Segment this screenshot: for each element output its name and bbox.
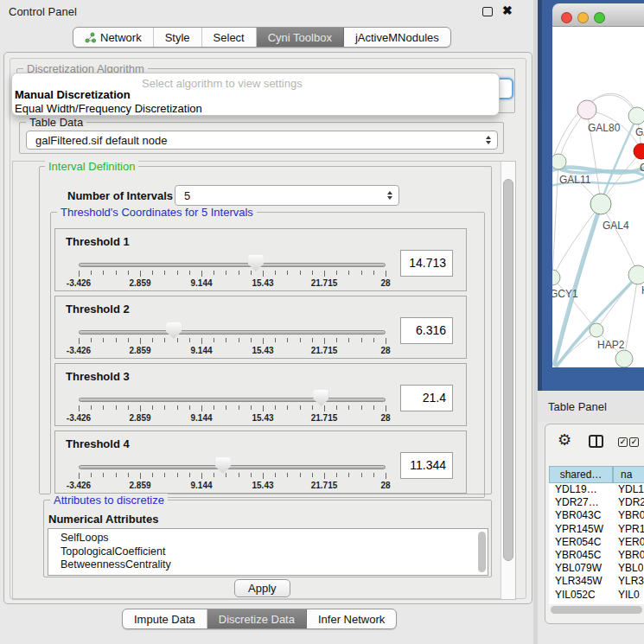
tab-cyni-toolbox-label: Cyni Toolbox: [268, 31, 332, 44]
panel-title: Control Panel: [9, 5, 77, 18]
threshold-4-slider-handle[interactable]: [215, 457, 231, 474]
threshold-4-value-field[interactable]: 11.344: [400, 452, 453, 479]
algorithm-dropdown-popup: Select algorithm to view settings Manual…: [11, 73, 500, 116]
bottom-tab-discretize-data[interactable]: Discretize Data: [207, 609, 307, 628]
attribute-item-betweennesscentrality[interactable]: BetweennessCentrality: [48, 558, 488, 572]
network-node-bottom-node[interactable]: [615, 350, 633, 367]
threshold-3-panel: Threshold 3-3.4262.8599.14415.4321.71528…: [54, 363, 467, 426]
table-column-header-0[interactable]: shared…: [549, 466, 613, 483]
table-row[interactable]: YBR043CYBR0: [549, 509, 644, 522]
tick-label: 9.144: [190, 346, 212, 355]
tab-cyni-toolbox[interactable]: Cyni Toolbox: [257, 28, 344, 47]
check-icon: ✓: [631, 438, 638, 446]
network-edge[interactable]: [552, 204, 601, 277]
network-node-label-hap2: HAP2: [597, 339, 625, 351]
table-row[interactable]: YDL19…YDL1: [549, 483, 644, 496]
threshold-1-value-field[interactable]: 14.713: [400, 250, 453, 277]
threshold-1-panel: Threshold 1-3.4262.8599.14415.4321.71528…: [54, 228, 467, 291]
table-row[interactable]: YER054CYER0: [549, 536, 644, 549]
threshold-2-value-field[interactable]: 6.316: [400, 317, 453, 344]
table-row[interactable]: YBR045CYBR0: [549, 549, 644, 562]
threshold-2-slider-track[interactable]: [79, 330, 386, 335]
minimize-traffic-light-icon[interactable]: [577, 12, 589, 23]
table-cell: YBR0: [613, 549, 644, 562]
threshold-3-value-field[interactable]: 21.4: [400, 385, 453, 411]
tab-network-label: Network: [100, 31, 142, 44]
tab-style-label: Style: [165, 31, 190, 44]
threshold-1-slider-track[interactable]: [79, 263, 386, 267]
horizontal-scrollbar-thumb[interactable]: [551, 606, 642, 614]
network-node-h-node[interactable]: [628, 265, 644, 284]
threshold-4-panel: Threshold 4-3.4262.8599.14415.4321.71528…: [54, 430, 467, 494]
table-row[interactable]: YLR345WYLR3: [549, 575, 644, 588]
gear-icon[interactable]: ⚙: [558, 432, 571, 448]
network-window: GAL80GACGAL11GAL4GCY1HHAP2: [538, 0, 644, 393]
zoom-traffic-light-icon[interactable]: [594, 12, 605, 23]
network-edge[interactable]: [552, 162, 558, 277]
vertical-scrollbar[interactable]: [501, 162, 515, 599]
threshold-1-slider-handle[interactable]: [248, 255, 264, 271]
attributes-list-scrollbar[interactable]: [478, 532, 486, 572]
network-node-label-gal80: GAL80: [588, 122, 621, 134]
threshold-4-slider-track[interactable]: [79, 465, 386, 469]
attribute-item-selfloops[interactable]: SelfLoops: [48, 532, 488, 545]
dropdown-option-manual-discretization[interactable]: Manual Discretization: [15, 88, 131, 101]
table-column-header-1[interactable]: na: [613, 466, 644, 483]
bottom-tab-bar: Impute DataDiscretize DataInfer Network: [122, 609, 397, 629]
network-node-gal4[interactable]: [590, 194, 611, 214]
attribute-item-topologicalcoefficient[interactable]: TopologicalCoefficient: [48, 545, 488, 559]
num-intervals-combo[interactable]: 5: [175, 185, 399, 206]
bottom-tab-infer-network-label: Infer Network: [318, 613, 385, 626]
tab-network[interactable]: Network: [73, 28, 154, 47]
network-node-label-gal4: GAL4: [603, 220, 629, 232]
threshold-3-slider-handle[interactable]: [313, 390, 328, 406]
tick-label: -3.426: [67, 346, 91, 355]
tab-select[interactable]: Select: [202, 28, 257, 47]
checkbox-icon[interactable]: ✓: [618, 437, 628, 447]
threshold-2-slider-handle[interactable]: [166, 322, 182, 339]
split-columns-icon[interactable]: [589, 435, 603, 448]
network-node-label-gcy1: GCY1: [552, 288, 578, 300]
network-node-red-node[interactable]: [634, 143, 644, 159]
table-row[interactable]: YBL079WYBL0: [549, 562, 644, 575]
table-body: YDL19…YDL1YDR27…YDR2YBR043CYBR0YPR145WYP…: [549, 483, 644, 604]
tick-label: 15.43: [252, 278, 273, 288]
network-node-gal80[interactable]: [577, 100, 596, 119]
close-icon[interactable]: ✖: [502, 3, 513, 17]
tick-label: 15.43: [252, 413, 273, 423]
table-row[interactable]: YPR145WYPR1: [549, 523, 644, 536]
bottom-tab-infer-network[interactable]: Infer Network: [307, 609, 396, 628]
table-row[interactable]: YDR27…YDR2: [549, 496, 644, 509]
network-node-gcy1[interactable]: [552, 270, 560, 285]
dropdown-option-equal-width-frequency-discretization[interactable]: Equal Width/Frequency Discretization: [15, 102, 202, 115]
network-canvas[interactable]: GAL80GACGAL11GAL4GCY1HHAP2: [552, 27, 644, 367]
bottom-tab-impute-data[interactable]: Impute Data: [123, 609, 207, 628]
threshold-3-label: Threshold 3: [66, 370, 130, 383]
float-window-icon[interactable]: [482, 7, 493, 16]
table-data-combo[interactable]: galFiltered.sif default node: [26, 131, 498, 150]
table-cell: YBR043C: [549, 509, 613, 522]
apply-button[interactable]: Apply: [234, 579, 290, 597]
tick-label: 21.715: [311, 278, 338, 288]
tick-label: 21.715: [311, 481, 338, 490]
table-cell: YDL19…: [549, 483, 613, 496]
vertical-scrollbar-thumb[interactable]: [503, 179, 513, 561]
table-cell: YDR27…: [549, 496, 613, 509]
table-cell: YLR345W: [549, 575, 613, 588]
tab-jactivemnodules[interactable]: jActiveMNodules: [344, 28, 450, 47]
network-node-gal11[interactable]: [552, 154, 566, 169]
network-node-hap2[interactable]: [590, 323, 603, 337]
top-tab-bar: NetworkStyleSelectCyni ToolboxjActiveMNo…: [73, 27, 451, 48]
tick-label: 21.715: [311, 413, 338, 423]
table-row[interactable]: YIL052CYIL0: [549, 589, 644, 602]
tab-style[interactable]: Style: [154, 28, 202, 47]
network-node-top-right[interactable]: [628, 107, 644, 124]
network-edge[interactable]: [601, 204, 638, 275]
table-cell: YDR2: [613, 496, 644, 509]
network-icon: [85, 32, 96, 43]
checkbox-icon[interactable]: ✓: [629, 437, 639, 447]
network-window-titlebar[interactable]: [552, 3, 644, 27]
attributes-list[interactable]: SelfLoopsTopologicalCoefficientBetweenne…: [48, 528, 488, 576]
threshold-3-slider-track[interactable]: [79, 398, 386, 402]
close-traffic-light-icon[interactable]: [561, 12, 572, 23]
